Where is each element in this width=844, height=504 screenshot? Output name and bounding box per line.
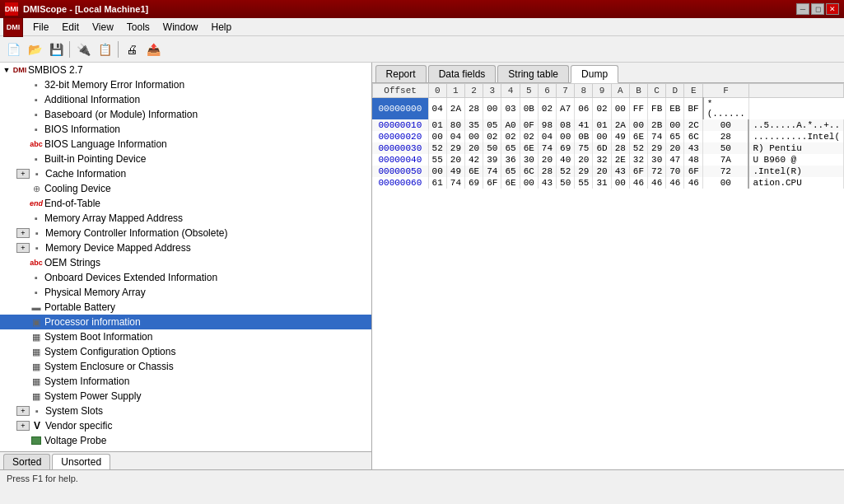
tree-item-sysboot[interactable]: ▦ System Boot Information: [0, 329, 371, 344]
dump-byte-2-14[interactable]: 6C: [684, 131, 703, 142]
dump-byte-2-9[interactable]: 00: [593, 131, 611, 142]
tree-item-root[interactable]: ▼ DMI SMBIOS 2.7: [0, 63, 371, 77]
dump-byte-0-9[interactable]: 02: [593, 98, 611, 120]
dump-byte-2-1[interactable]: 04: [446, 131, 464, 142]
dump-byte-4-0[interactable]: 55: [428, 154, 446, 166]
tree-expand-mem-ctrl[interactable]: +: [16, 228, 30, 238]
dump-byte-1-2[interactable]: 35: [465, 119, 483, 131]
dump-byte-5-5[interactable]: 6C: [520, 166, 538, 177]
tree-item-vendor[interactable]: + V Vendor specific: [0, 418, 371, 433]
dump-byte-1-7[interactable]: 08: [557, 119, 575, 131]
dump-byte-5-11[interactable]: 6F: [629, 166, 647, 177]
dump-byte-4-2[interactable]: 42: [465, 154, 483, 166]
dump-byte-0-5[interactable]: 0B: [520, 98, 538, 120]
new-button[interactable]: 📄: [3, 40, 23, 59]
dump-byte-6-12[interactable]: 46: [648, 177, 666, 189]
dump-byte-3-10[interactable]: 28: [611, 142, 629, 154]
dump-byte-2-7[interactable]: 00: [557, 131, 575, 142]
dump-byte-3-13[interactable]: 20: [666, 142, 684, 154]
tree-item-processor[interactable]: ▣ Processor information: [0, 315, 371, 329]
dump-byte-4-5[interactable]: 30: [520, 154, 538, 166]
tab-dump[interactable]: Dump: [571, 65, 618, 83]
dump-byte-4-12[interactable]: 30: [648, 154, 666, 166]
dump-byte-6-15[interactable]: 00: [703, 177, 749, 189]
tab-string-table[interactable]: String table: [497, 65, 569, 82]
dump-offset-6[interactable]: 00000060: [372, 177, 428, 189]
dump-byte-6-3[interactable]: 6F: [483, 177, 501, 189]
tree-item-cache[interactable]: + ▪ Cache Information: [0, 166, 371, 181]
tree-item-baseboard[interactable]: ▪ Baseboard (or Module) Information: [0, 107, 371, 122]
dump-byte-5-9[interactable]: 20: [593, 166, 611, 177]
dump-byte-1-8[interactable]: 41: [575, 119, 593, 131]
dump-byte-0-14[interactable]: BF: [684, 98, 703, 120]
tree-expand-mem-device[interactable]: +: [16, 243, 30, 253]
dump-byte-6-2[interactable]: 69: [465, 177, 483, 189]
dump-byte-1-11[interactable]: 00: [629, 119, 647, 131]
tree-area[interactable]: ▼ DMI SMBIOS 2.7 ▪ 32-bit Memory Error I…: [0, 63, 371, 451]
menu-item-file[interactable]: File: [26, 20, 55, 35]
save-button[interactable]: 💾: [46, 40, 66, 59]
dump-byte-3-1[interactable]: 29: [446, 142, 464, 154]
dump-byte-3-15[interactable]: 50: [703, 142, 749, 154]
dump-byte-2-12[interactable]: 74: [648, 131, 666, 142]
dump-byte-0-4[interactable]: 03: [501, 98, 520, 120]
dump-byte-1-3[interactable]: 05: [483, 119, 501, 131]
dump-byte-6-8[interactable]: 55: [575, 177, 593, 189]
dump-byte-3-7[interactable]: 69: [557, 142, 575, 154]
dump-byte-2-15[interactable]: 28: [703, 131, 749, 142]
tree-expand-root[interactable]: ▼: [0, 66, 13, 74]
dump-byte-3-8[interactable]: 75: [575, 142, 593, 154]
dump-byte-2-2[interactable]: 00: [465, 131, 483, 142]
tree-item-sysinfo[interactable]: ▦ System Information: [0, 374, 371, 389]
dump-byte-6-0[interactable]: 61: [428, 177, 446, 189]
dump-byte-3-11[interactable]: 52: [629, 142, 647, 154]
dump-byte-0-10[interactable]: 00: [611, 98, 629, 120]
menu-item-tools[interactable]: Tools: [120, 20, 156, 35]
dump-byte-5-3[interactable]: 74: [483, 166, 501, 177]
dump-offset-5[interactable]: 00000050: [372, 166, 428, 177]
dump-area[interactable]: Offset0123456789ABCDEF00000000042A280003…: [372, 83, 844, 469]
print-button[interactable]: 🖨: [122, 40, 142, 59]
dump-byte-6-10[interactable]: 00: [611, 177, 629, 189]
dump-byte-0-7[interactable]: A7: [557, 98, 575, 120]
export-button[interactable]: 📋: [95, 40, 114, 59]
dump-byte-4-10[interactable]: 2E: [611, 154, 629, 166]
dump-byte-5-12[interactable]: 72: [648, 166, 666, 177]
tree-item-mem-device[interactable]: + ▪ Memory Device Mapped Address: [0, 240, 371, 255]
dump-offset-3[interactable]: 00000030: [372, 142, 428, 154]
tree-item-cooling[interactable]: ⊕ Cooling Device: [0, 181, 371, 196]
dump-byte-4-6[interactable]: 20: [538, 154, 556, 166]
tree-item-32bit[interactable]: ▪ 32-bit Memory Error Information: [0, 77, 371, 92]
bottom-tab-unsorted[interactable]: Unsorted: [52, 454, 110, 469]
tree-item-sysenclosure[interactable]: ▦ System Enclosure or Chassis: [0, 359, 371, 374]
dump-byte-3-3[interactable]: 50: [483, 142, 501, 154]
tab-data-fields[interactable]: Data fields: [428, 65, 497, 82]
dump-byte-4-15[interactable]: 7A: [703, 154, 749, 166]
dump-byte-0-13[interactable]: EB: [666, 98, 684, 120]
dump-byte-6-13[interactable]: 46: [666, 177, 684, 189]
dump-byte-0-6[interactable]: 02: [538, 98, 556, 120]
tree-item-end[interactable]: end End-of-Table: [0, 196, 371, 211]
tree-item-oem[interactable]: abc OEM Strings: [0, 255, 371, 270]
dump-offset-1[interactable]: 00000010: [372, 119, 428, 131]
dump-byte-0-11[interactable]: FF: [629, 98, 647, 120]
dump-byte-4-9[interactable]: 32: [593, 154, 611, 166]
dump-byte-3-6[interactable]: 74: [538, 142, 556, 154]
tree-expand-vendor[interactable]: +: [16, 421, 30, 431]
dump-offset-4[interactable]: 00000040: [372, 154, 428, 166]
dump-byte-4-3[interactable]: 39: [483, 154, 501, 166]
dump-byte-1-1[interactable]: 80: [446, 119, 464, 131]
dump-byte-2-4[interactable]: 02: [501, 131, 520, 142]
dump-byte-0-3[interactable]: 00: [483, 98, 501, 120]
minimize-button[interactable]: ─: [796, 3, 809, 15]
dump-byte-1-5[interactable]: 0F: [520, 119, 538, 131]
dump-byte-5-4[interactable]: 65: [501, 166, 520, 177]
dump-byte-0-8[interactable]: 06: [575, 98, 593, 120]
export2-button[interactable]: 📤: [143, 40, 163, 59]
tree-item-physical[interactable]: ▪ Physical Memory Array: [0, 285, 371, 300]
dump-byte-2-0[interactable]: 00: [428, 131, 446, 142]
dump-byte-2-6[interactable]: 04: [538, 131, 556, 142]
tree-item-additional[interactable]: ▪ Additional Information: [0, 92, 371, 107]
open-button[interactable]: 📂: [25, 40, 44, 59]
dump-byte-6-14[interactable]: 46: [684, 177, 703, 189]
